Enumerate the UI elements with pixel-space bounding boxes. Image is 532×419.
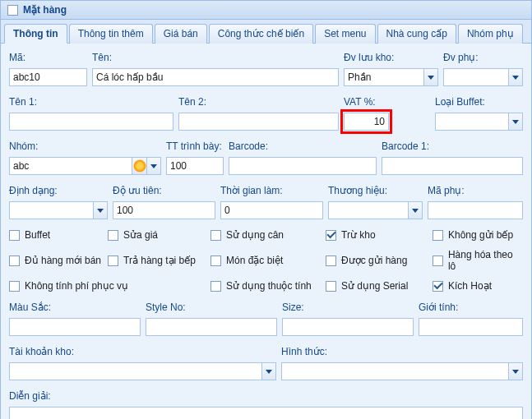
input-size[interactable] (282, 318, 414, 336)
chk-su-dung-can[interactable] (210, 230, 221, 241)
chk-kich-hoat[interactable] (433, 281, 443, 292)
nhom-picker-trigger[interactable] (132, 157, 146, 175)
chk-du-hang-moi-ban[interactable] (9, 256, 20, 266)
input-dinh-dang[interactable] (9, 201, 93, 219)
input-hinh-thuc[interactable] (281, 362, 508, 380)
input-ten[interactable] (92, 68, 339, 86)
input-style-no[interactable] (146, 318, 277, 336)
label-ten1: Tên 1: (9, 94, 173, 111)
input-barcode[interactable] (229, 157, 377, 175)
panel-header: Mặt hàng (1, 1, 531, 20)
input-mau-sac[interactable] (9, 318, 141, 336)
label-dinh-dang: Định dạng: (9, 183, 108, 200)
chk-su-dung-thuoc-tinh[interactable] (210, 281, 221, 292)
input-thuong-hieu[interactable] (328, 201, 408, 219)
input-loai-buffet[interactable] (435, 113, 508, 131)
chk-mon-dac-biet[interactable] (210, 256, 221, 266)
input-dvphu[interactable] (443, 68, 508, 86)
label-tttb: TT trình bày: (166, 139, 224, 155)
loai-buffet-dropdown-trigger[interactable] (508, 113, 523, 131)
checkbox-grid: Buffet Sửa giá Sử dụng cân Trừ kho Không… (9, 223, 523, 300)
header-checkbox[interactable] (7, 5, 18, 16)
tab-cong-thuc[interactable]: Công thức chế biến (209, 24, 313, 44)
label-ten: Tên: (92, 50, 339, 67)
chk-khong-tinh-phi[interactable] (9, 281, 20, 292)
input-dien-giai[interactable] (9, 407, 523, 419)
label-dvphu: Đv phụ: (443, 50, 523, 67)
tab-gia-ban[interactable]: Giá bán (155, 24, 207, 44)
chk-tru-kho[interactable] (326, 230, 336, 241)
chk-buffet[interactable] (9, 230, 20, 241)
input-tgl[interactable] (220, 201, 323, 219)
chk-tra-hang-tai-bep[interactable] (108, 256, 118, 266)
label-ma: Mã: (9, 50, 87, 67)
label-gioi-tinh: Giới tính: (419, 300, 523, 316)
chk-sua-gia[interactable] (108, 230, 118, 241)
label-mau-sac: Màu Sắc: (9, 300, 141, 316)
input-tai-khoan-kho[interactable] (9, 362, 261, 380)
label-tgl: Thời gian làm: (220, 183, 323, 200)
label-thuong-hieu: Thương hiệu: (328, 183, 423, 200)
label-vat: VAT %: (344, 94, 430, 111)
input-dvluu[interactable] (344, 68, 423, 86)
chk-su-dung-serial[interactable] (326, 281, 336, 292)
label-barcode1: Barcode 1: (382, 139, 523, 155)
label-loai-buffet: Loại Buffet: (435, 94, 523, 111)
input-ten1[interactable] (9, 113, 173, 131)
chk-duoc-gui-hang[interactable] (326, 256, 336, 266)
hinh-thuc-dropdown-trigger[interactable] (508, 362, 523, 380)
panel-title: Mặt hàng (23, 4, 67, 16)
input-do-uu-tien[interactable] (113, 201, 215, 219)
chk-hang-hoa-theo-lo[interactable] (433, 256, 443, 266)
tab-body: Mã: Tên: Đv lưu kho: Đv phụ: (1, 44, 531, 419)
label-style-no: Style No: (146, 300, 277, 316)
nhom-dropdown-trigger[interactable] (146, 157, 161, 175)
tab-set-menu[interactable]: Set menu (315, 24, 375, 44)
chk-khong-gui-bep[interactable] (433, 230, 443, 241)
input-ten2[interactable] (178, 113, 339, 131)
sunburst-icon (133, 159, 146, 173)
label-dvluu: Đv lưu kho: (344, 50, 438, 67)
input-ma[interactable] (9, 68, 87, 86)
input-gioi-tinh[interactable] (419, 318, 523, 336)
dvphu-dropdown-trigger[interactable] (508, 68, 523, 86)
thuong-hieu-dropdown-trigger[interactable] (408, 201, 423, 219)
label-ma-phu: Mã phụ: (428, 183, 523, 200)
label-hinh-thuc: Hình thức: (281, 344, 523, 361)
label-barcode: Barcode: (229, 139, 377, 155)
label-tai-khoan-kho: Tài khoản kho: (9, 344, 276, 361)
input-ma-phu[interactable] (428, 201, 523, 219)
tab-strip: Thông tin Thông tin thêm Giá bán Công th… (1, 20, 531, 44)
label-dien-giai: Diễn giải: (9, 389, 523, 405)
tai-khoan-kho-dropdown-trigger[interactable] (261, 362, 276, 380)
tab-thong-tin-them[interactable]: Thông tin thêm (69, 24, 153, 44)
dvluu-dropdown-trigger[interactable] (423, 68, 438, 86)
tab-nha-cung-cap[interactable]: Nhà cung cấp (377, 24, 456, 44)
input-vat[interactable] (344, 113, 389, 131)
tab-thong-tin[interactable]: Thông tin (4, 24, 67, 44)
panel-mat-hang: Mặt hàng Thông tin Thông tin thêm Giá bá… (0, 0, 532, 419)
label-size: Size: (282, 300, 414, 316)
input-tttb[interactable] (166, 157, 224, 175)
label-do-uu-tien: Độ ưu tiên: (113, 183, 215, 200)
label-nhom: Nhóm: (9, 139, 161, 155)
input-nhom[interactable] (9, 157, 132, 175)
input-barcode1[interactable] (382, 157, 523, 175)
dinh-dang-dropdown-trigger[interactable] (93, 201, 108, 219)
tab-nhom-phu[interactable]: Nhóm phụ (458, 24, 523, 44)
label-ten2: Tên 2: (178, 94, 339, 111)
